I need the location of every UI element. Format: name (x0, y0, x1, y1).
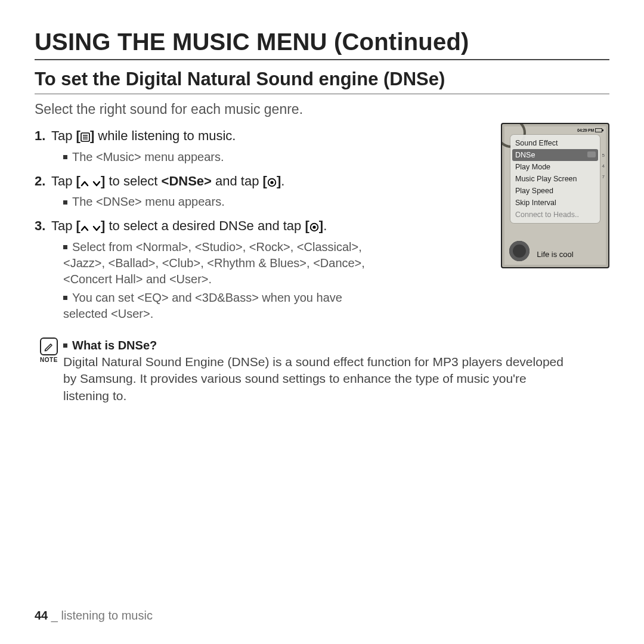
step-text: to select (105, 174, 161, 188)
bullet-icon (63, 296, 67, 300)
note-pencil-icon (40, 338, 58, 355)
step-number: 1. (35, 127, 51, 145)
step-3-sub1: Select from <Normal>, <Studio>, <Rock>, … (63, 239, 386, 287)
bullet-icon (63, 245, 67, 249)
svg-point-5 (270, 181, 273, 184)
chevron-up-icon (80, 219, 89, 237)
step-number: 2. (35, 172, 51, 190)
step-1-sub: The <Music> menu appears. (63, 149, 386, 165)
side-num: 5 (602, 150, 605, 161)
circle-dot-icon (309, 219, 319, 237)
select-button-icon: [] (263, 174, 281, 188)
device-now-playing: Life is cool (504, 250, 606, 259)
note-question: What is DNSe? (63, 338, 571, 354)
chevron-down-icon (92, 174, 101, 192)
page-title: USING THE MUSIC MENU (Continued) (35, 29, 609, 55)
bullet-icon (63, 343, 67, 348)
menu-item-play-speed: Play Speed (510, 185, 600, 197)
footer-section: listening to music (61, 609, 153, 622)
device-status-bar: 04:29 PM (577, 128, 602, 132)
circle-dot-icon (267, 174, 277, 192)
menu-item-sound-effect: Sound Effect (510, 137, 600, 149)
step-text: while listening to music. (94, 128, 236, 143)
device-menu-popup: Sound Effect DNSe Play Mode Music Play S… (510, 135, 600, 223)
step-3-line: 3.Tap [ ] to select a desired DNSe and t… (35, 217, 386, 237)
page-footer: 44 _ listening to music (35, 609, 153, 623)
menu-item-dnse: DNSe (512, 149, 598, 161)
note-question-text: What is DNSe? (72, 339, 157, 352)
step-3: 3.Tap [ ] to select a desired DNSe and t… (35, 217, 386, 322)
note-answer: Digital Natural Sound Engine (DNSe) is a… (63, 354, 571, 404)
step-number: 3. (35, 217, 51, 235)
device-side-numbers: 5 4 7 (602, 150, 605, 182)
note-label: NOTE (35, 357, 63, 363)
footer-sep: _ (48, 609, 61, 622)
chevron-down-icon (92, 219, 101, 237)
device-screenshot: 04:29 PM Sound Effect DNSe Play Mode Mus… (501, 123, 609, 268)
note-block: NOTE What is DNSe? Digital Natural Sound… (35, 338, 571, 404)
bullet-icon (63, 200, 67, 205)
battery-icon (595, 128, 602, 132)
select-button-icon: [] (305, 218, 323, 233)
step-1-line: 1.Tap [] while listening to music. (35, 127, 386, 147)
sub-text: The <Music> menu appears. (72, 150, 224, 163)
step-2: 2.Tap [ ] to select <DNSe> and tap []. T… (35, 172, 386, 210)
page-number: 44 (35, 609, 48, 622)
side-num: 4 (602, 161, 605, 172)
step-3-sub2: You can set <EQ> and <3D&Bass> when you … (63, 290, 386, 322)
menu-item-play-mode: Play Mode (510, 161, 600, 173)
device-clock: 04:29 PM (577, 128, 594, 132)
note-body: What is DNSe? Digital Natural Sound Engi… (63, 338, 571, 404)
step-text: . (323, 218, 327, 233)
section-subtitle: To set the Digital Natural Sound engine … (35, 69, 609, 90)
intro-text: Select the right sound for each music ge… (35, 101, 609, 117)
step-text: . (281, 174, 284, 188)
step-text: Tap (51, 128, 76, 143)
menu-item-skip-interval: Skip Interval (510, 197, 600, 209)
dnse-bold: <DNSe> (162, 174, 212, 188)
bullet-icon (63, 155, 67, 159)
sub-text: The <DNSe> menu appears. (72, 195, 225, 208)
step-text: Tap (51, 218, 76, 233)
step-2-line: 2.Tap [ ] to select <DNSe> and tap []. (35, 172, 386, 192)
step-text: to select a desired DNSe and tap (105, 218, 305, 233)
device-screen: 04:29 PM Sound Effect DNSe Play Mode Mus… (504, 126, 606, 265)
up-down-icon: [ ] (76, 174, 106, 188)
manual-page: USING THE MUSIC MENU (Continued) To set … (0, 0, 644, 644)
sub-text: You can set <EQ> and <3D&Bass> when you … (63, 291, 342, 320)
menu-button-icon: [] (76, 128, 95, 143)
menu-item-music-play-screen: Music Play Screen (510, 173, 600, 185)
title-rule (35, 59, 609, 60)
step-text: Tap (51, 174, 76, 188)
menu-item-connect-headset: Connect to Heads.. (510, 209, 600, 221)
side-num: 7 (602, 172, 605, 182)
menu-list-icon (80, 129, 90, 147)
up-down-icon: [ ] (76, 218, 106, 233)
subtitle-rule (35, 94, 609, 94)
step-text: and tap (212, 174, 263, 188)
step-2-sub: The <DNSe> menu appears. (63, 194, 386, 210)
chevron-up-icon (80, 174, 89, 192)
sub-text: Select from <Normal>, <Studio>, <Rock>, … (63, 240, 365, 286)
steps-column: 1.Tap [] while listening to music. The <… (35, 127, 386, 322)
note-icon-column: NOTE (35, 338, 63, 404)
svg-point-7 (312, 226, 315, 229)
step-1: 1.Tap [] while listening to music. The <… (35, 127, 386, 165)
